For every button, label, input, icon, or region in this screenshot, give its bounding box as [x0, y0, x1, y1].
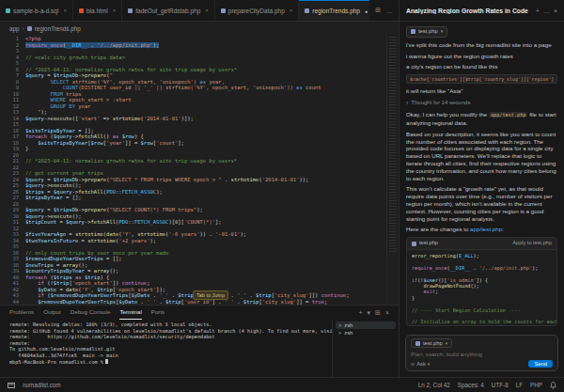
breadcrumb[interactable]: app › regionTrends.php	[0, 22, 399, 35]
code-token: $trip	[54, 280, 70, 286]
code-token: '-01-01'	[215, 231, 241, 237]
status-item[interactable]: Ln 2, Col 42	[418, 382, 450, 388]
terminal-session[interactable]: >zsh	[336, 321, 396, 329]
code-block-header: test.phpApply to test.php	[407, 238, 556, 250]
new-chat-icon[interactable]: +	[536, 8, 540, 14]
panel-tabs: ProblemsOutputDebug ConsoleTerminalPorts	[9, 306, 349, 320]
bell-icon[interactable]	[550, 382, 556, 389]
code-token: continue	[122, 280, 148, 286]
panel-tab-terminal[interactable]: Terminal	[119, 306, 141, 320]
close-icon[interactable]: ×	[290, 8, 293, 13]
file-chip[interactable]: test.php▾	[406, 26, 447, 38]
code-token: =	[66, 231, 75, 237]
code-token: $user	[424, 277, 439, 283]
code-token: );	[474, 253, 479, 259]
chevron-down-icon: ▾	[428, 361, 431, 367]
code-token: count	[303, 85, 321, 90]
code-token: ]) {	[477, 277, 489, 283]
code-token: $tripCount	[25, 219, 56, 225]
tab-label: prepareCityData.php	[228, 8, 285, 14]
code-token: as	[296, 85, 303, 90]
code-token: 'epoch_start'	[72, 280, 113, 286]
code-token: fetchAll	[78, 133, 103, 139]
thought-toggle[interactable]: ›Thought for 14 seconds	[406, 100, 557, 107]
split-terminal-icon[interactable]: ⊞	[375, 309, 381, 317]
code-token: // <calc city growth trips data>	[25, 55, 125, 60]
code-token: $row	[122, 133, 134, 139]
code-token: year,	[206, 79, 225, 85]
code-token	[412, 283, 424, 289]
code-token: strtotime	[113, 116, 141, 121]
terminal-picker-icon[interactable]: ▾	[368, 309, 371, 317]
editor-tab[interactable]: fadeOut_getRdstab.php×	[122, 0, 215, 21]
new-terminal-icon[interactable]: +	[358, 309, 362, 317]
editor-tab[interactable]: bla.html×	[73, 0, 122, 21]
chat-input-controls: ∞ Ask ▾ Send	[411, 360, 553, 368]
close-icon[interactable]: ×	[63, 8, 67, 13]
code-token: $newTrips	[25, 262, 54, 268]
split-editor-icon[interactable]: ⊞	[375, 7, 381, 14]
code-token: $tripsByYear	[25, 195, 63, 200]
code-token: = [];	[103, 256, 122, 261]
code-token: prepare	[85, 72, 106, 78]
panel-tab-problems[interactable]: Problems	[9, 306, 34, 320]
apply-button[interactable]: Apply to test.php	[512, 240, 552, 247]
code-text: // <calc city growth trips data>	[25, 55, 125, 61]
remote-window-icon[interactable]	[8, 382, 15, 389]
more-actions-icon[interactable]: …	[386, 8, 393, 14]
editor-tab[interactable]: sample-b-a-d.sql×	[0, 0, 73, 21]
code-token: ;	[346, 292, 349, 298]
status-item[interactable]: LF	[516, 382, 523, 388]
code-token: ->	[78, 177, 85, 182]
status-item[interactable]: nomadlist.com	[23, 382, 61, 388]
send-button[interactable]: Send	[528, 360, 553, 368]
code-token: $trip	[243, 299, 259, 305]
code-token: COUNT	[63, 85, 79, 90]
status-item[interactable]: PHP	[530, 382, 542, 388]
code-token: '_'	[147, 299, 156, 305]
code-token: $trip	[178, 292, 194, 298]
chat-message-input[interactable]	[411, 351, 553, 357]
more-icon[interactable]: …	[543, 8, 550, 14]
code-editor[interactable]: 1<?php2require_once(__DIR__ . '/../app/i…	[0, 35, 399, 305]
status-item[interactable]: UTF-8	[492, 382, 509, 388]
code-token: SELECT	[51, 79, 70, 85]
code-token: .	[222, 177, 231, 182]
panel-tab-ports[interactable]: Ports	[151, 306, 164, 320]
terminal-session[interactable]: >zsh	[336, 329, 396, 337]
close-icon[interactable]: ×	[205, 8, 209, 13]
file-link[interactable]: app/test.php	[470, 226, 502, 232]
code-token: "	[25, 109, 41, 115]
context-file-chip[interactable]: test.php ▾	[411, 338, 452, 348]
editor-tab[interactable]: prepareCityData.php×	[215, 0, 300, 21]
code-token: // *2025-04-11: normalize growth rates f…	[25, 67, 237, 72]
minimap[interactable]	[386, 35, 399, 305]
code-token: strtotime	[231, 177, 259, 182]
code-token: ));	[299, 177, 308, 182]
chat-input[interactable]: test.php ▾ ∞ Ask ▾ Send	[405, 335, 558, 371]
breadcrumb-folder[interactable]: app	[9, 25, 20, 32]
breadcrumb-file[interactable]: regionTrends.php	[35, 25, 81, 32]
code-token: =	[56, 219, 66, 225]
bottom-panel: ProblemsOutputDebug ConsoleTerminalPorts…	[0, 305, 399, 377]
code-token	[25, 79, 51, 85]
code-token: continue	[321, 292, 347, 298]
mode-selector[interactable]: ∞ Ask ▾	[411, 361, 430, 367]
code-token: "SELECT COUNT(*) FROM trips"	[109, 207, 196, 212]
code-line: require_once(__DIR__ . '/../app/init.php…	[412, 265, 552, 271]
close-icon[interactable]: ×	[113, 8, 117, 13]
panel-tab-output[interactable]: Output	[43, 306, 61, 320]
code-token: 'Y'	[82, 287, 91, 292]
editor-tab[interactable]: regionTrends.php●	[299, 0, 369, 21]
terminal-icon: >	[338, 330, 341, 336]
code-token: // get current year trips	[25, 170, 103, 176]
terminal-output[interactable]: remote: Resolving deltas: 100% (3/3), co…	[0, 320, 332, 377]
close-icon[interactable]: ×	[554, 8, 557, 14]
close-panel-icon[interactable]: ×	[385, 309, 389, 317]
session-label: zsh	[344, 330, 352, 336]
panel-tab-debug-console[interactable]: Debug Console	[70, 306, 111, 320]
code-token: "SELECT * FROM trips WHERE epoch > "	[109, 177, 221, 182]
code-token: PDO	[118, 219, 128, 225]
tab-list: sample-b-a-d.sql×bla.html×fadeOut_getRds…	[0, 0, 369, 21]
status-item[interactable]: Spaces: 4	[458, 382, 484, 388]
